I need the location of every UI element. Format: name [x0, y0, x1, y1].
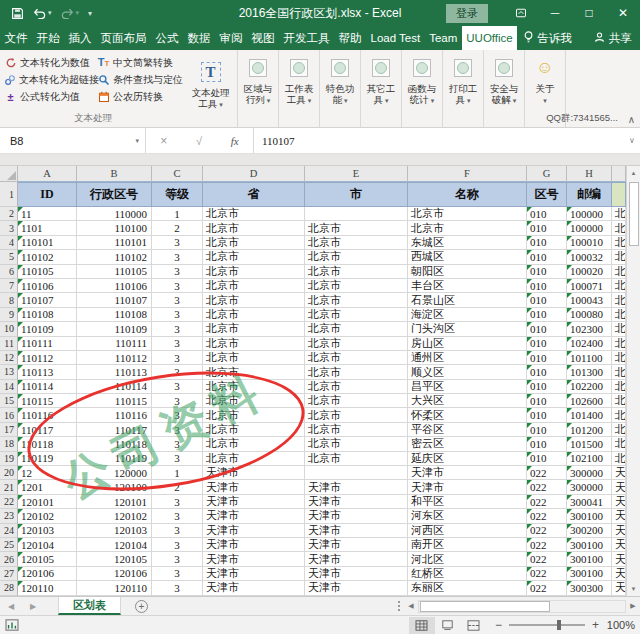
cell[interactable]	[305, 207, 408, 221]
cell[interactable]: 北京市	[203, 452, 305, 466]
cell-sliver[interactable]: 北	[612, 437, 626, 451]
header-cell-sliver[interactable]	[612, 182, 626, 207]
cell[interactable]: 北京市	[305, 236, 408, 250]
cell[interactable]: 110113	[18, 365, 77, 379]
cell[interactable]: 102600	[567, 394, 612, 408]
cell[interactable]: 天津市	[203, 567, 305, 581]
row-header-16[interactable]: 16	[0, 408, 18, 422]
cell[interactable]: 3	[152, 365, 203, 379]
cell[interactable]: 海淀区	[408, 308, 527, 322]
cell[interactable]: 100010	[567, 236, 612, 250]
cell[interactable]: 110111	[18, 337, 77, 351]
cell[interactable]: 北京市	[408, 207, 527, 221]
cell[interactable]: 110106	[77, 279, 152, 293]
cell[interactable]: 天津市	[305, 495, 408, 509]
maximize-button[interactable]: □	[572, 0, 606, 26]
cell[interactable]: 120106	[18, 567, 77, 581]
horizontal-scroll-track[interactable]	[418, 600, 626, 613]
cell[interactable]: 300100	[567, 552, 612, 566]
column-header-e[interactable]: E	[305, 166, 408, 182]
cell[interactable]: 3	[152, 337, 203, 351]
cell[interactable]: 3	[152, 250, 203, 264]
zoom-in-button[interactable]: +	[592, 618, 599, 632]
cell-sliver[interactable]: 北	[612, 380, 626, 394]
cell[interactable]: 022	[527, 480, 567, 494]
header-cell[interactable]: 行政区号	[77, 182, 152, 207]
menu-tab-review[interactable]: 审阅	[215, 26, 247, 50]
row-header-27[interactable]: 27	[0, 567, 18, 581]
cell[interactable]: 2	[152, 221, 203, 235]
cell-sliver[interactable]: 北	[612, 207, 626, 221]
ribbon-button-chinese-convert[interactable]: TT中文简繁转换	[97, 54, 190, 71]
sheet-nav-left-arrow[interactable]: ◀	[0, 597, 22, 615]
cell[interactable]: 北京市	[203, 221, 305, 235]
row-header-3[interactable]: 3	[0, 221, 18, 235]
cell[interactable]: 110114	[77, 380, 152, 394]
cell[interactable]: 北京市	[203, 293, 305, 307]
cell[interactable]: 110109	[18, 322, 77, 336]
cell[interactable]: 天津市	[305, 581, 408, 595]
row-header-13[interactable]: 13	[0, 365, 18, 379]
zoom-slider[interactable]	[509, 624, 585, 626]
cell[interactable]: 北京市	[203, 423, 305, 437]
cell[interactable]: 北京市	[203, 408, 305, 422]
cell[interactable]: 120103	[77, 524, 152, 538]
sheet-tab-active[interactable]: 区划表	[58, 597, 121, 615]
row-header-28[interactable]: 28	[0, 581, 18, 595]
cell[interactable]: 北京市	[203, 394, 305, 408]
cell[interactable]: 010	[527, 452, 567, 466]
cell[interactable]: 022	[527, 495, 567, 509]
header-cell[interactable]: 等级	[152, 182, 203, 207]
cell[interactable]: 北京市	[305, 279, 408, 293]
row-header-1[interactable]: 1	[0, 182, 18, 207]
cell[interactable]: 3	[152, 509, 203, 523]
cell[interactable]: 110105	[77, 265, 152, 279]
cell[interactable]: 北京市	[305, 437, 408, 451]
menu-tab-view[interactable]: 视图	[247, 26, 279, 50]
cell[interactable]: 120106	[77, 567, 152, 581]
cell[interactable]: 北京市	[305, 408, 408, 422]
cell[interactable]: 1101	[18, 221, 77, 235]
cell[interactable]: 天津市	[203, 480, 305, 494]
cell[interactable]: 010	[527, 423, 567, 437]
cell[interactable]: 朝阳区	[408, 265, 527, 279]
row-header-17[interactable]: 17	[0, 423, 18, 437]
cell[interactable]: 110116	[18, 408, 77, 422]
cell-sliver[interactable]: 北	[612, 322, 626, 336]
cell[interactable]: 1	[152, 466, 203, 480]
cell[interactable]: 010	[527, 250, 567, 264]
cell[interactable]: 110118	[18, 437, 77, 451]
header-cell[interactable]: 区号	[527, 182, 567, 207]
cell[interactable]: 022	[527, 509, 567, 523]
cell[interactable]: 120102	[18, 509, 77, 523]
cell-sliver[interactable]: 北	[612, 279, 626, 293]
ribbon-button-calendar-convert[interactable]: 公农历转换	[97, 88, 190, 105]
menu-tab-load-test[interactable]: Load Test	[366, 26, 425, 50]
cell[interactable]: 100080	[567, 308, 612, 322]
cell[interactable]: 102200	[567, 380, 612, 394]
cell[interactable]: 北京市	[305, 337, 408, 351]
cell[interactable]: 010	[527, 351, 567, 365]
cell[interactable]: 110117	[77, 423, 152, 437]
formula-bar-expand-button[interactable]: ∨	[624, 128, 640, 153]
column-header-f[interactable]: F	[408, 166, 527, 182]
cell[interactable]: 110113	[77, 365, 152, 379]
cell[interactable]: 110112	[77, 351, 152, 365]
ribbon-button-text-to-number[interactable]: 文本转化为数值	[4, 54, 97, 71]
cell[interactable]: 300200	[567, 524, 612, 538]
cell[interactable]: 3	[152, 236, 203, 250]
scroll-up-arrow[interactable]: ▲	[627, 166, 640, 180]
cell[interactable]: 3	[152, 524, 203, 538]
row-header-21[interactable]: 21	[0, 480, 18, 494]
cell[interactable]: 北京市	[305, 380, 408, 394]
cell[interactable]: 3	[152, 265, 203, 279]
cell[interactable]: 3	[152, 380, 203, 394]
cell[interactable]: 东城区	[408, 236, 527, 250]
cell-sliver[interactable]: 天	[612, 466, 626, 480]
cell[interactable]: 3	[152, 394, 203, 408]
cell[interactable]: 北京市	[203, 250, 305, 264]
cell[interactable]: 南开区	[408, 538, 527, 552]
cell[interactable]: 北京市	[305, 221, 408, 235]
cell[interactable]: 顺义区	[408, 365, 527, 379]
cell[interactable]: 北京市	[203, 365, 305, 379]
